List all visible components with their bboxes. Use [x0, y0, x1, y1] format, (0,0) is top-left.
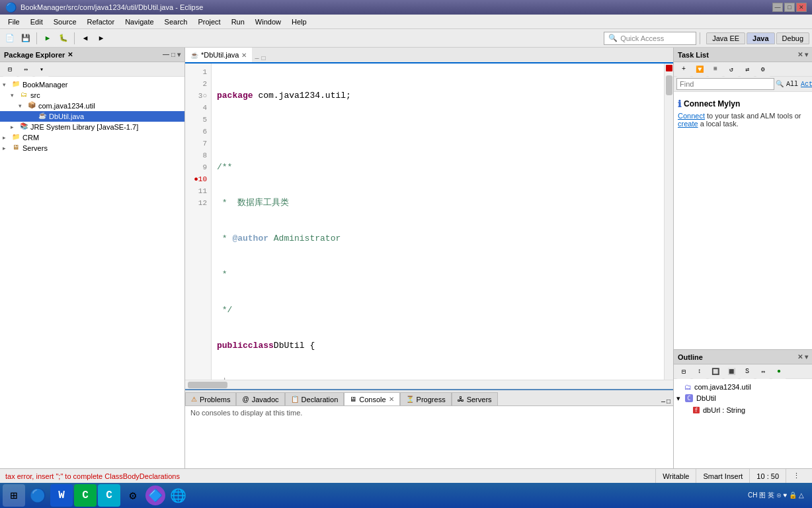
- tree-item-jre[interactable]: ▸ 📚 JRE System Library [JavaSE-1.7]: [0, 122, 184, 132]
- minimize-editor-icon[interactable]: —: [255, 55, 259, 62]
- outline-sync-icon[interactable]: ⇔: [756, 364, 770, 379]
- perspective-java[interactable]: Java: [747, 32, 774, 44]
- connect-mylyn-section: ℹ Connect Mylyn Connect to your task and…: [678, 96, 808, 130]
- menu-project[interactable]: Project: [192, 17, 225, 27]
- bottom-tab-servers[interactable]: 🖧 Servers: [452, 392, 498, 405]
- bottom-tab-progress[interactable]: ⏳ Progress: [400, 392, 452, 405]
- task-list-close-icon[interactable]: ✕: [797, 51, 803, 58]
- taskbar-cyan-button[interactable]: C: [98, 484, 120, 507]
- create-link[interactable]: create: [678, 120, 698, 128]
- menu-navigate[interactable]: Navigate: [120, 17, 159, 27]
- editor-scrollbar[interactable]: [664, 64, 673, 380]
- editor-tab-dbutil[interactable]: ☕ *DbUtil.java ✕: [185, 48, 252, 62]
- connect-mylyn-body: Connect to your task and ALM tools or cr…: [678, 112, 808, 128]
- taskbar-purple-button[interactable]: 🔷: [145, 486, 165, 505]
- task-refresh-icon[interactable]: ↺: [724, 62, 739, 77]
- minimize-button[interactable]: —: [772, 3, 783, 12]
- titlebar-controls[interactable]: — □ ✕: [772, 3, 807, 12]
- outline-item-field[interactable]: f dbUrl : String: [674, 404, 812, 415]
- outline-hide-methods-icon[interactable]: 🔳: [724, 364, 739, 379]
- menu-search[interactable]: Search: [159, 17, 193, 27]
- tree-item-dbutil[interactable]: ☕ DbUtil.java: [0, 111, 184, 122]
- menu-source[interactable]: Source: [48, 17, 82, 27]
- package-explorer-close-icon[interactable]: ✕: [67, 51, 73, 58]
- outline-item-class[interactable]: ▾ C DbUtil: [674, 392, 812, 404]
- tree-item-src[interactable]: ▾ 🗂 src: [0, 90, 184, 101]
- task-filter-icon[interactable]: 🔽: [692, 62, 707, 77]
- maximize-panel-icon[interactable]: □: [171, 51, 175, 58]
- expand-arrow: ▾: [3, 81, 11, 88]
- h-scrollbar-thumb[interactable]: [188, 382, 227, 388]
- tab-close-icon[interactable]: ✕: [241, 52, 247, 59]
- maximize-button[interactable]: □: [784, 3, 795, 12]
- bottom-tab-declaration[interactable]: 📋 Declaration: [285, 392, 345, 405]
- package-tree[interactable]: ▾ 📁 BookManager ▾ 🗂 src ▾ 📦 com.java1234…: [0, 77, 184, 468]
- toolbar-debug-button[interactable]: 🐛: [56, 31, 71, 46]
- task-view-icon[interactable]: ≡: [708, 62, 723, 77]
- toolbar-run-button[interactable]: ▶: [40, 31, 55, 46]
- menu-refactor[interactable]: Refactor: [82, 17, 120, 27]
- explorer-menu-icon[interactable]: ▾: [34, 62, 49, 77]
- task-all-label: All: [786, 81, 798, 88]
- task-settings-icon[interactable]: ⚙: [756, 62, 770, 77]
- bottom-tab-problems[interactable]: ⚠ Problems: [185, 392, 236, 405]
- outline-marker-icon[interactable]: ●: [772, 364, 786, 379]
- bottom-tab-console[interactable]: 🖥 Console ✕: [344, 392, 399, 405]
- bottom-tab-javadoc[interactable]: @ Javadoc: [236, 392, 284, 405]
- outline-hide-static-icon[interactable]: S: [740, 364, 754, 379]
- tree-item-bookmanager[interactable]: ▾ 📁 BookManager: [0, 79, 184, 90]
- task-find-input[interactable]: [676, 78, 774, 90]
- outline-collapse-icon[interactable]: ⊟: [676, 364, 691, 379]
- tree-item-package[interactable]: ▾ 📦 com.java1234.util: [0, 101, 184, 111]
- editor-horizontal-scrollbar[interactable]: [185, 380, 673, 389]
- perspective-debug[interactable]: Debug: [776, 32, 809, 44]
- view-menu-icon[interactable]: ▾: [177, 51, 181, 58]
- outline-menu-icon[interactable]: ▾: [805, 353, 808, 360]
- tab-label: *DbUtil.java: [201, 51, 239, 59]
- link-with-editor-icon[interactable]: ⇔: [19, 62, 33, 77]
- line-num-10: ●10: [185, 173, 207, 185]
- package-explorer-panel: Package Explorer ✕ — □ ▾ ⊟ ⇔ ▾ ▾ 📁 BookM…: [0, 48, 185, 468]
- toolbar-prev-button[interactable]: ◀: [78, 31, 93, 46]
- connect-link[interactable]: Connect: [678, 112, 705, 120]
- menu-file[interactable]: File: [3, 17, 25, 27]
- maximize-editor-icon[interactable]: □: [261, 55, 265, 62]
- bottom-minimize-icon[interactable]: —: [661, 398, 665, 405]
- toolbar-new-button[interactable]: 📄: [3, 31, 17, 46]
- menu-help[interactable]: Help: [286, 17, 312, 27]
- taskbar-browser-button[interactable]: 🌐: [167, 484, 189, 507]
- taskbar-green-button[interactable]: C: [74, 484, 97, 507]
- editor-content[interactable]: 1 2 3○ 4 5 6 7 8 9 ●10 11 12 package com…: [185, 64, 673, 380]
- error-marker-top: [666, 65, 672, 71]
- console-close-icon[interactable]: ✕: [389, 396, 394, 403]
- taskbar-word-button[interactable]: W: [50, 484, 73, 507]
- tree-item-crm[interactable]: ▸ 📁 CRM: [0, 132, 184, 143]
- minimize-panel-icon[interactable]: —: [163, 51, 169, 58]
- taskbar-start-button[interactable]: ⊞: [3, 484, 25, 507]
- code-area[interactable]: package com.java1234.util; /** * 数据库工具类 …: [212, 64, 664, 380]
- menu-run[interactable]: Run: [226, 17, 250, 27]
- outline-tree[interactable]: 🗂 com.java1234.util ▾ C DbUtil: [674, 379, 812, 468]
- bottom-maximize-icon[interactable]: □: [667, 398, 670, 405]
- collapse-all-icon[interactable]: ⊟: [3, 62, 17, 77]
- taskbar-app-1[interactable]: 🔵: [26, 484, 49, 507]
- perspective-javaee[interactable]: Java EE: [706, 32, 745, 44]
- outline-close-icon[interactable]: ✕: [797, 353, 803, 360]
- menu-edit[interactable]: Edit: [25, 17, 48, 27]
- close-button[interactable]: ✕: [796, 3, 807, 12]
- toolbar-save-button[interactable]: 💾: [19, 31, 33, 46]
- taskbar-gear-button[interactable]: ⚙: [122, 484, 144, 507]
- task-activate-link[interactable]: Activate...: [801, 81, 812, 88]
- outline-item-package[interactable]: 🗂 com.java1234.util: [674, 382, 812, 392]
- toolbar-next-button[interactable]: ▶: [94, 31, 108, 46]
- task-list-menu-icon[interactable]: ▾: [805, 51, 808, 58]
- task-sync-icon[interactable]: ⇄: [740, 62, 754, 77]
- new-task-icon[interactable]: +: [676, 62, 691, 77]
- outline-sort-icon[interactable]: ↕: [692, 364, 707, 379]
- outline-hide-fields-icon[interactable]: 🔲: [708, 364, 723, 379]
- scrollbar-thumb[interactable]: [666, 75, 672, 95]
- tree-label: DbUtil.java: [49, 112, 84, 120]
- tree-item-servers[interactable]: ▸ 🖥 Servers: [0, 143, 184, 153]
- menu-window[interactable]: Window: [250, 17, 286, 27]
- quick-access-field[interactable]: 🔍 Quick Access: [604, 32, 696, 45]
